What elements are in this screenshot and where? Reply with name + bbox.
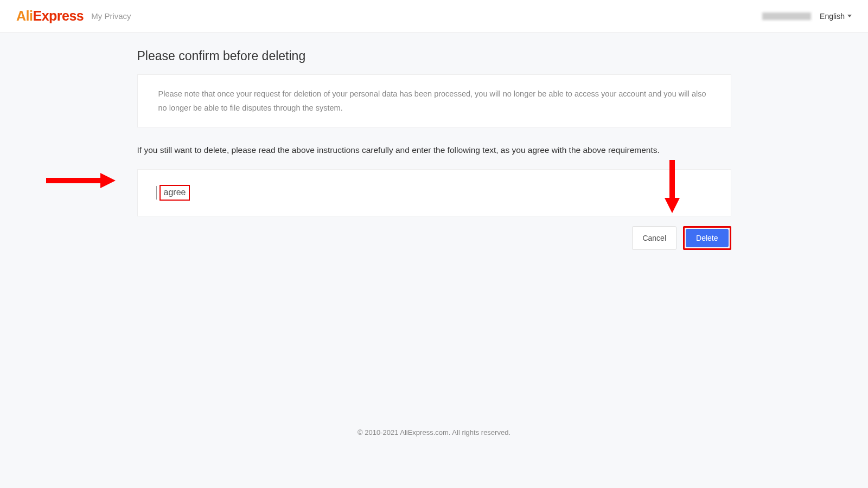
input-card: agree <box>137 169 731 216</box>
annotation-arrow-left <box>46 178 100 183</box>
main-content: Please confirm before deleting Please no… <box>137 33 731 250</box>
notice-text: Please note that once your request for d… <box>158 87 710 115</box>
page-header: AliExpress My Privacy English <box>0 0 868 33</box>
language-selector[interactable]: English <box>820 12 852 21</box>
header-left: AliExpress My Privacy <box>16 8 131 24</box>
user-name-redacted <box>762 12 811 20</box>
logo-part1: Ali <box>16 8 33 23</box>
instruction-text: If you still want to delete, please read… <box>137 144 731 157</box>
copyright-text: © 2010-2021 AliExpress.com. All rights r… <box>358 428 510 436</box>
chevron-down-icon <box>847 15 852 17</box>
cancel-button[interactable]: Cancel <box>632 226 676 250</box>
delete-highlight: Delete <box>683 226 731 250</box>
action-row: Cancel Delete <box>137 226 731 250</box>
section-label: My Privacy <box>91 11 131 21</box>
header-right: English <box>762 12 852 21</box>
logo[interactable]: AliExpress <box>16 8 84 24</box>
notice-card: Please note that once your request for d… <box>137 74 731 127</box>
language-label: English <box>820 12 845 21</box>
annotation-arrow-down <box>665 160 680 198</box>
delete-button[interactable]: Delete <box>686 229 728 247</box>
logo-part2: Express <box>33 8 84 23</box>
footer: © 2010-2021 AliExpress.com. All rights r… <box>0 428 868 436</box>
page-title: Please confirm before deleting <box>137 49 731 63</box>
agree-input[interactable]: agree <box>159 185 190 201</box>
